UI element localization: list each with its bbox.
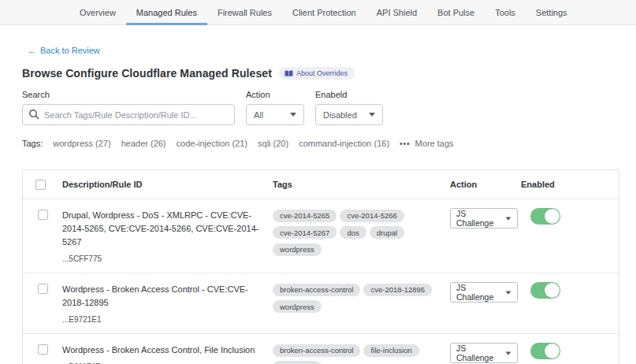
tab-client-protection[interactable]: Client Protection [282, 0, 366, 24]
top-nav-bar: OverviewManaged RulesFirewall RulesClien… [0, 0, 636, 25]
chevron-down-icon [506, 217, 511, 220]
toggle-knob [545, 283, 560, 298]
table-row: Drupal, Wordpress - DoS - XMLRPC - CVE:C… [23, 199, 619, 273]
search-filter-group: Search [22, 90, 235, 125]
rule-tags: broken-access-controlcve-2018-12895wordp… [273, 273, 450, 333]
rule-description: Wordpress - Broken Access Control - CVE:… [62, 283, 262, 310]
rule-id: ...E9721E1 [62, 315, 262, 324]
column-header-action: Action [450, 170, 521, 199]
action-filter-group: Action All [246, 90, 304, 125]
search-label: Search [22, 90, 235, 99]
rule-enabled-toggle[interactable] [530, 343, 560, 359]
row-checkbox[interactable] [38, 344, 48, 355]
rule-tags: broken-access-controlfile-inclusionwordp… [273, 334, 450, 364]
tag-filter-code-injection-21[interactable]: code-injection (21) [177, 139, 248, 148]
chevron-down-icon [506, 291, 511, 294]
book-icon [285, 70, 293, 77]
column-header-enabled: Enabled [521, 170, 619, 199]
tag-pill[interactable]: broken-access-control [273, 344, 360, 357]
row-checkbox[interactable] [38, 284, 48, 294]
page-title: Browse Configure Cloudflare Managed Rule… [22, 67, 272, 80]
action-label: Action [246, 90, 304, 99]
enabled-filter-dropdown[interactable]: Disabled [315, 104, 383, 125]
tag-pill[interactable]: cve-2018-12895 [363, 284, 432, 296]
tag-filter-sqli-20[interactable]: sqli (20) [258, 139, 288, 148]
rule-action-value: JS Challenge [456, 209, 505, 228]
rules-table: Description/Rule ID Tags Action Enabled … [22, 169, 619, 364]
tab-bot-pulse[interactable]: Bot Pulse [427, 0, 485, 24]
tab-settings[interactable]: Settings [526, 0, 578, 24]
badge-label: About Overrides [296, 69, 348, 77]
select-all-checkbox[interactable] [35, 180, 46, 190]
action-filter-dropdown[interactable]: All [246, 104, 304, 125]
rule-action-dropdown[interactable]: JS Challenge [450, 208, 518, 228]
row-checkbox[interactable] [38, 210, 48, 220]
enabled-filter-group: Enabeld Disabled [315, 90, 383, 125]
rule-id: ...5CFF775 [62, 254, 262, 263]
more-tags-button[interactable]: ••• More tags [400, 139, 453, 148]
tags-bar: Tags: wordpress (27)header (26)code-inje… [22, 139, 619, 148]
search-input[interactable] [22, 104, 235, 125]
tag-pill[interactable]: cve-2014-5265 [273, 210, 337, 222]
enabled-label: Enabeld [315, 90, 383, 99]
toggle-knob [545, 344, 560, 358]
more-tags-label: More tags [415, 139, 454, 148]
tag-filter-wordpress-27[interactable]: wordpress (27) [53, 139, 110, 148]
back-arrow-icon: ← [28, 46, 36, 55]
rule-action-dropdown[interactable]: JS Challenge [450, 282, 518, 303]
tag-pill[interactable]: wordpress [273, 300, 322, 313]
chevron-down-icon [369, 113, 375, 117]
about-overrides-badge[interactable]: About Overrides [279, 67, 355, 80]
rule-action-value: JS Challenge [456, 344, 505, 362]
tag-pill[interactable]: cve-2014-5267 [273, 226, 337, 239]
tag-pill[interactable]: drupal [370, 226, 404, 239]
tag-filter-command-injection-16[interactable]: command-injection (16) [299, 139, 389, 148]
nav-tabs: OverviewManaged RulesFirewall RulesClien… [69, 0, 526, 24]
back-to-review-link[interactable]: ← Back to Review [28, 46, 100, 55]
tab-tools[interactable]: Tools [485, 0, 526, 24]
toggle-knob [545, 209, 560, 224]
rule-enabled-toggle[interactable] [530, 208, 560, 225]
action-filter-value: All [254, 110, 263, 120]
chevron-down-icon [506, 351, 511, 355]
tag-pill[interactable]: dos [340, 226, 366, 239]
tag-pill[interactable]: file-inclusion [363, 344, 418, 357]
tags-bar-items: wordpress (27)header (26)code-injection … [53, 139, 389, 148]
tag-filter-header-26[interactable]: header (26) [121, 139, 166, 148]
table-header-row: Description/Rule ID Tags Action Enabled [23, 170, 619, 199]
rule-tags: cve-2014-5265cve-2014-5266cve-2014-5267d… [273, 199, 450, 273]
column-header-tags: Tags [273, 170, 450, 199]
tag-pill[interactable]: wordpress [273, 361, 322, 364]
table-row: Wordpress - Broken Access Control, File … [23, 333, 619, 364]
table-body: Drupal, Wordpress - DoS - XMLRPC - CVE:C… [23, 199, 619, 364]
rule-action-value: JS Challenge [456, 283, 505, 302]
rule-enabled-toggle[interactable] [530, 282, 560, 299]
tab-overview[interactable]: Overview [69, 0, 126, 24]
tab-managed-rules[interactable]: Managed Rules [126, 0, 207, 24]
tags-bar-label: Tags: [22, 139, 43, 148]
tag-pill[interactable]: broken-access-control [273, 284, 360, 296]
tab-firewall-rules[interactable]: Firewall Rules [207, 0, 282, 24]
tab-api-shield[interactable]: API Shield [366, 0, 427, 24]
rule-action-dropdown[interactable]: JS Challenge [450, 343, 518, 363]
tag-pill[interactable]: wordpress [273, 243, 322, 256]
enabled-filter-value: Disabled [323, 110, 357, 120]
table-row: Wordpress - Broken Access Control - CVE:… [23, 273, 619, 333]
rule-description: Wordpress - Broken Access Control, File … [62, 344, 262, 357]
ellipsis-icon: ••• [400, 139, 411, 148]
back-link-label: Back to Review [40, 46, 100, 55]
tag-pill[interactable]: cve-2014-5266 [340, 210, 404, 222]
rule-description: Drupal, Wordpress - DoS - XMLRPC - CVE:C… [62, 209, 262, 249]
search-icon [28, 109, 39, 120]
chevron-down-icon [290, 113, 296, 117]
column-header-description: Description/Rule ID [62, 170, 273, 199]
